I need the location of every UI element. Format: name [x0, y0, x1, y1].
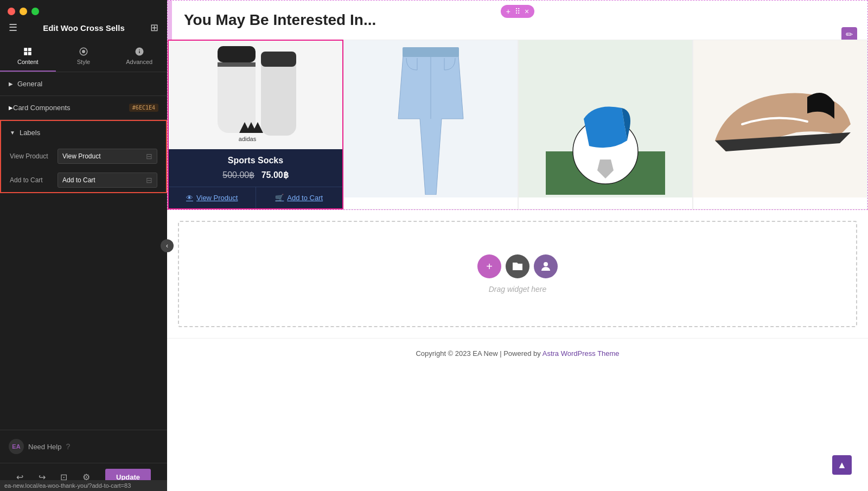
- add-to-cart-label: Add to Cart: [10, 176, 53, 184]
- section-card-components-label: Card Components: [13, 104, 129, 112]
- sidebar-tabs: Content Style Advanced: [0, 41, 167, 72]
- widget-close-button[interactable]: ×: [525, 7, 529, 16]
- shoe-svg: [699, 43, 861, 195]
- tab-content[interactable]: Content: [0, 41, 56, 72]
- svg-rect-1: [28, 48, 31, 51]
- section-card-components: ▶ Card Components #6EC1E4: [0, 96, 167, 120]
- widget-add-button[interactable]: +: [506, 7, 510, 16]
- product-price-original-1: 500.00฿: [222, 170, 254, 180]
- products-grid: adidas Sports Socks 500.00฿ 75.00฿: [168, 40, 867, 209]
- ea-icon: EA: [9, 439, 24, 454]
- main-toolbar: + ⠿ ×: [167, 0, 868, 23]
- view-product-input[interactable]: [62, 152, 144, 160]
- traffic-lights: [8, 8, 39, 15]
- label-row-view-product: View Product ⊟: [1, 144, 166, 168]
- url-text: ea-new.local/ea-woo-thank-you/?add-to-ca…: [4, 482, 131, 489]
- close-button[interactable]: [8, 8, 15, 15]
- svg-rect-0: [24, 48, 28, 51]
- add-to-cart-input-wrap: ⊟: [58, 173, 157, 188]
- chevron-down-icon: ▼: [10, 130, 15, 136]
- soccer-svg: [546, 43, 665, 195]
- view-product-label: View Product: [10, 152, 53, 160]
- card-components-badge: #6EC1E4: [129, 104, 158, 112]
- minimize-button[interactable]: [20, 8, 27, 15]
- product-actions-1: 👁 View Product 🛒 Add to Cart: [169, 187, 342, 208]
- add-to-cart-clear-icon[interactable]: ⊟: [146, 176, 152, 184]
- product-info-1: Sports Socks 500.00฿ 75.00฿: [169, 149, 342, 187]
- socks-svg: adidas: [185, 41, 326, 149]
- hamburger-icon[interactable]: ☰: [9, 22, 17, 34]
- scroll-top-button[interactable]: ▲: [832, 455, 852, 475]
- product-card-4: [693, 40, 867, 209]
- jeans-svg: [376, 43, 485, 195]
- product-name-1: Sports Socks: [175, 156, 336, 165]
- help-icon: ?: [66, 442, 70, 451]
- view-product-input-wrap: ⊟: [58, 149, 157, 164]
- svg-rect-10: [261, 52, 296, 67]
- grid-icon[interactable]: ⊞: [150, 22, 158, 34]
- view-product-button-1[interactable]: 👁 View Product: [169, 187, 256, 208]
- footer-link[interactable]: Astra WordPress Theme: [542, 349, 620, 358]
- chevron-right-icon: ▶: [9, 81, 13, 87]
- product-price-1: 500.00฿ 75.00฿: [175, 170, 336, 180]
- product-card-3: [518, 40, 693, 209]
- section-labels: ▼ Labels View Product ⊟ Add to Cart ⊟: [0, 120, 167, 193]
- svg-point-4: [82, 50, 85, 53]
- tab-content-label: Content: [17, 59, 39, 65]
- cross-sells-section: You May Be Interested In...: [167, 0, 868, 210]
- svg-rect-7: [218, 46, 256, 62]
- view-product-btn-label-1: View Product: [196, 194, 238, 202]
- svg-rect-16: [403, 47, 459, 57]
- product-image-jeans: [344, 40, 518, 197]
- drop-zone-icons: +: [477, 254, 558, 278]
- view-product-clear-icon[interactable]: ⊟: [146, 152, 152, 161]
- footer-copyright: Copyright © 2023 EA New | Powered by: [416, 349, 540, 358]
- section-labels-label: Labels: [20, 129, 40, 137]
- label-row-add-to-cart: Add to Cart ⊟: [1, 168, 166, 192]
- sidebar-collapse-button[interactable]: ‹: [161, 239, 174, 252]
- tab-style-label: Style: [77, 59, 90, 65]
- section-labels-header[interactable]: ▼ Labels: [1, 121, 166, 144]
- product-image-socks: adidas: [169, 41, 342, 149]
- svg-rect-2: [24, 52, 28, 55]
- svg-rect-3: [28, 52, 31, 55]
- chevron-right-icon-card: ▶: [9, 105, 13, 111]
- main-content: + ⠿ × ✏ You May Be Interested In...: [167, 0, 868, 491]
- svg-rect-8: [218, 62, 256, 67]
- sidebar: ☰ Edit Woo Cross Sells ⊞ Content Style A…: [0, 0, 167, 491]
- user-icon[interactable]: [534, 254, 558, 278]
- section-card-components-header[interactable]: ▶ Card Components #6EC1E4: [0, 96, 167, 119]
- need-help-label[interactable]: Need Help: [28, 443, 61, 451]
- tab-style[interactable]: Style: [56, 41, 112, 72]
- sidebar-title: Edit Woo Cross Sells: [43, 23, 125, 33]
- section-general: ▶ General: [0, 72, 167, 96]
- url-bar: ea-new.local/ea-woo-thank-you/?add-to-ca…: [0, 480, 167, 491]
- product-card-1: adidas Sports Socks 500.00฿ 75.00฿: [168, 40, 343, 209]
- add-to-cart-button-1[interactable]: 🛒 Add to Cart: [256, 187, 343, 208]
- tab-advanced-label: Advanced: [126, 59, 152, 65]
- drop-zone-label: Drag widget here: [489, 285, 547, 294]
- widget-move-button[interactable]: ⠿: [515, 7, 520, 16]
- svg-text:adidas: adidas: [239, 136, 257, 142]
- folder-icon[interactable]: [506, 254, 529, 278]
- maximize-button[interactable]: [31, 8, 39, 15]
- add-to-cart-btn-label-1: Add to Cart: [287, 194, 323, 202]
- widget-controls: + ⠿ ×: [501, 5, 534, 18]
- section-general-label: General: [17, 80, 42, 88]
- eye-icon: 👁: [186, 194, 193, 202]
- tab-advanced[interactable]: Advanced: [111, 41, 167, 72]
- sidebar-header: ☰ Edit Woo Cross Sells ⊞: [0, 0, 167, 41]
- sidebar-footer: EA Need Help ?: [0, 430, 167, 463]
- product-image-shoe: [693, 40, 867, 197]
- product-image-soccer: [519, 40, 692, 197]
- drop-zone[interactable]: + Drag widget here: [178, 221, 857, 327]
- product-card-2: [343, 40, 518, 209]
- svg-point-21: [544, 262, 548, 266]
- cart-icon: 🛒: [275, 194, 284, 202]
- add-to-cart-input[interactable]: [62, 176, 144, 184]
- section-general-header[interactable]: ▶ General: [0, 72, 167, 95]
- product-price-sale-1: 75.00฿: [261, 170, 289, 180]
- add-widget-icon[interactable]: +: [477, 254, 501, 278]
- main-footer: Copyright © 2023 EA New | Powered by Ast…: [167, 338, 868, 368]
